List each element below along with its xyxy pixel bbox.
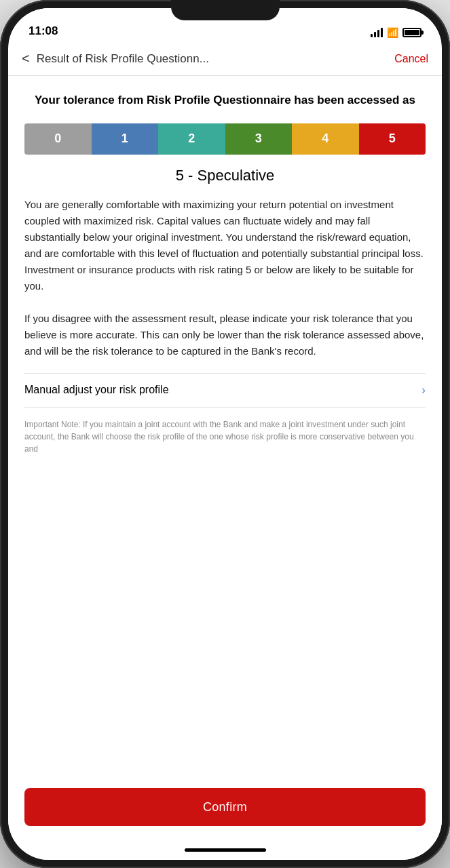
status-icons: 📶 bbox=[371, 27, 421, 38]
battery-icon bbox=[402, 28, 421, 37]
risk-cell-4[interactable]: 4 bbox=[292, 123, 359, 155]
home-indicator bbox=[8, 840, 442, 860]
chevron-right-icon: › bbox=[421, 383, 426, 397]
manual-adjust-row[interactable]: Manual adjust your risk profile › bbox=[24, 373, 426, 408]
risk-cell-3[interactable]: 3 bbox=[225, 123, 293, 155]
risk-level-title: 5 - Speculative bbox=[24, 167, 426, 184]
important-note: Important Note: If you maintain a joint … bbox=[24, 418, 426, 455]
description-text: You are generally comfortable with maxim… bbox=[24, 197, 426, 294]
nav-title: Result of Risk Profile Questionn... bbox=[37, 52, 395, 66]
bottom-section: Confirm bbox=[8, 780, 442, 840]
back-button[interactable]: < bbox=[22, 51, 30, 66]
signal-icon bbox=[371, 28, 383, 37]
notch bbox=[171, 0, 280, 20]
risk-cell-1[interactable]: 1 bbox=[92, 123, 159, 155]
status-time: 11:08 bbox=[29, 24, 58, 38]
home-bar bbox=[185, 848, 266, 852]
wifi-icon: 📶 bbox=[387, 27, 398, 38]
phone-inner: 11:08 📶 < Result of Risk Profile Questio… bbox=[8, 8, 442, 860]
risk-cell-2[interactable]: 2 bbox=[158, 123, 225, 155]
content-area: Your tolerance from Risk Profile Questio… bbox=[8, 76, 442, 780]
manual-adjust-label: Manual adjust your risk profile bbox=[24, 384, 169, 396]
battery-fill bbox=[405, 30, 419, 35]
risk-cell-5[interactable]: 5 bbox=[359, 123, 426, 155]
phone-frame: 11:08 📶 < Result of Risk Profile Questio… bbox=[0, 0, 450, 868]
risk-cell-0[interactable]: 0 bbox=[24, 123, 92, 155]
header-text: Your tolerance from Risk Profile Questio… bbox=[24, 92, 426, 108]
risk-scale: 0 1 2 3 4 5 bbox=[24, 123, 426, 155]
disagree-text: If you disagree with the assessment resu… bbox=[24, 311, 426, 359]
confirm-button[interactable]: Confirm bbox=[24, 788, 426, 826]
nav-bar: < Result of Risk Profile Questionn... Ca… bbox=[8, 42, 442, 76]
cancel-button[interactable]: Cancel bbox=[394, 53, 428, 65]
